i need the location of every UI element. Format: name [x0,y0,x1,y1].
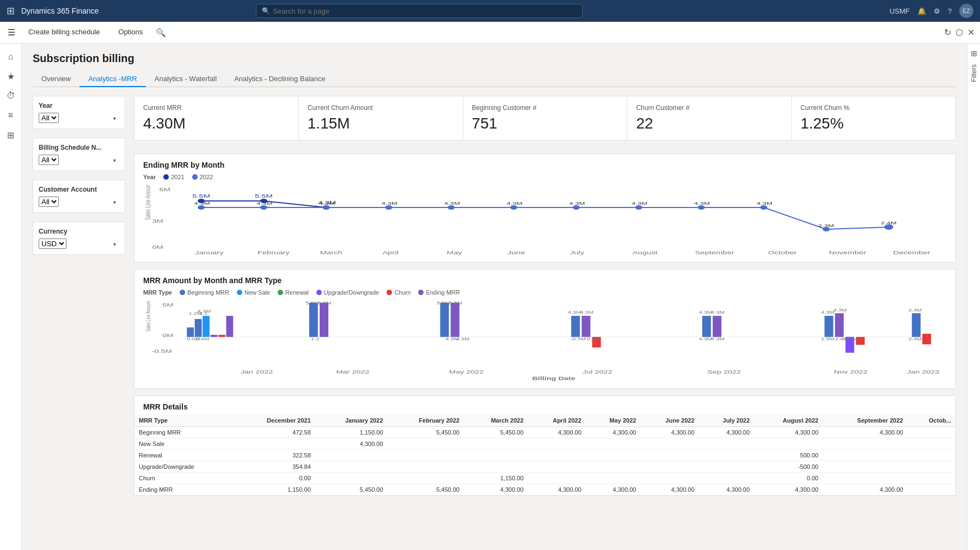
page-title: Subscription billing [33,52,956,65]
svg-text:4.3M: 4.3M [256,201,272,206]
sidebar-workspaces-icon[interactable]: ≡ [2,107,20,124]
svg-text:June: June [507,250,525,255]
svg-text:January: January [195,250,224,255]
kpi-current-mrr-label: Current MRR [143,104,290,112]
svg-point-34 [885,225,892,229]
nav-tab-create-billing[interactable]: Create billing schedule [21,22,108,44]
legend-churn-dot [387,290,392,295]
filters-toggle-icon[interactable]: ⊞ [971,49,977,58]
hamburger-icon[interactable]: ☰ [5,25,17,40]
svg-rect-71 [440,303,449,337]
row-beginning-mrr: Beginning MRR [134,427,234,438]
col-dec21: December 2021 [234,414,315,427]
filter-billing-label: Billing Schedule N... [39,144,119,151]
tab-analytics-waterfall[interactable]: Analytics - Waterfall [146,71,225,87]
svg-text:August: August [633,250,658,255]
nav-search-icon[interactable]: 🔍 [156,28,166,38]
settings-icon[interactable]: ⚙ [934,7,940,15]
main-layout: ⌂ ★ ⏱ ≡ ⊞ Subscription billing Overview … [0,44,980,550]
col-aug22: August 2022 [754,414,823,427]
search-icon: 🔍 [262,7,270,15]
notification-icon[interactable]: 🔔 [917,7,926,15]
filter-currency-select[interactable]: USD [39,239,66,249]
filter-billing-select[interactable]: All [39,155,59,165]
col-jan22: January 2022 [315,414,388,427]
filter-customer-select[interactable]: All [39,197,59,207]
svg-point-27 [448,205,455,210]
svg-text:4.3M: 4.3M [568,310,581,314]
svg-text:4.3M: 4.3M [711,310,725,314]
profile-icon[interactable]: EZ [959,4,973,18]
svg-text:4.3M: 4.3M [382,201,397,206]
svg-text:-0.5M: -0.5M [152,349,172,354]
sidebar-favorites-icon[interactable]: ★ [2,68,20,85]
svg-text:5.5M: 5.5M [192,193,210,199]
table-row: Churn 0.00 1,150.00 0.00 [134,473,955,484]
kpi-beginning-customer: Beginning Customer # 751 [463,96,628,140]
legend-new-sale: New Sale [237,289,270,296]
sidebar-home-icon[interactable]: ⌂ [2,48,20,65]
svg-text:February: February [258,250,290,255]
top-bar-right: USMF 🔔 ⚙ ? EZ [890,4,973,18]
svg-text:Mar 2022: Mar 2022 [336,369,370,375]
kpi-churn-amount-value: 1.15M [308,115,454,132]
close-icon[interactable]: ✕ [967,27,975,38]
svg-text:4.3M: 4.3M [632,201,647,206]
svg-point-29 [573,205,580,210]
svg-point-26 [385,205,392,210]
col-feb22: February 2022 [388,414,464,427]
kpi-churn-customer-value: 22 [636,115,782,132]
svg-text:4.3M: 4.3M [319,201,335,206]
legend-upgrade-dot [316,290,322,295]
bar-chart-legend: MRR Type Beginning MRR New Sale Renewal [143,289,947,296]
tab-overview[interactable]: Overview [33,71,79,87]
help-icon[interactable]: ? [948,7,952,15]
tab-analytics-declining[interactable]: Analytics - Declining Balance [225,71,334,87]
kpi-current-mrr-value: 4.30M [143,115,290,132]
bar-chart-svg: 5M 0M -0.5M Sales Line Amount Billing Da… [143,300,947,382]
filters-label[interactable]: Filters [968,60,980,87]
legend-renewal: Renewal [278,289,309,296]
nav-bar-actions: ↻ ⬡ ✕ [944,27,975,38]
col-may22: May 2022 [586,414,641,427]
svg-text:2.4M: 2.4M [908,337,922,341]
svg-rect-103 [912,313,921,337]
svg-text:September: September [695,250,734,255]
app-name: Dynamics 365 Finance [21,7,99,15]
col-mrr-type: MRR Type [134,414,234,427]
search-input[interactable] [273,7,577,15]
svg-rect-66 [320,303,328,337]
sidebar-recent-icon[interactable]: ⏱ [2,87,20,105]
legend-ending-mrr-dot [418,290,424,295]
table-row: Ending MRR 1,150.00 5,450.00 5,450.00 4,… [134,484,955,496]
tab-analytics-mrr[interactable]: Analytics -MRR [79,71,146,87]
filter-year-label: Year [39,102,119,109]
svg-rect-79 [581,316,590,337]
mrr-table-title: MRR Details [134,396,955,414]
svg-point-31 [697,205,705,210]
popout-icon[interactable]: ⬡ [955,27,963,38]
kpi-churn-customer-label: Churn Customer # [636,104,782,112]
app-grid-icon[interactable]: ⊞ [7,5,15,17]
svg-text:4.3M: 4.3M [506,201,522,206]
svg-rect-87 [713,316,721,337]
filter-year-select[interactable]: All [39,113,59,123]
svg-rect-94 [835,313,844,337]
svg-text:4.3M: 4.3M [444,201,460,206]
svg-text:5.5M: 5.5M [255,193,273,199]
sidebar-modules-icon[interactable]: ⊞ [2,126,20,144]
svg-text:5.5M: 5.5M [437,301,450,305]
svg-text:5.5M: 5.5M [318,301,332,305]
svg-point-23 [198,205,205,210]
legend-2021-dot [163,174,169,180]
svg-text:1.2: 1.2 [311,337,320,341]
svg-text:4.3M: 4.3M [580,310,593,314]
nav-tab-options[interactable]: Options [111,22,151,44]
svg-text:Jul 2022: Jul 2022 [583,369,612,375]
legend-renewal-dot [278,290,283,295]
global-search-box[interactable]: 🔍 [256,4,583,18]
refresh-icon[interactable]: ↻ [944,27,951,38]
table-row: Upgrade/Downgrade 354.84 -500.0 [134,461,955,473]
svg-text:5.5M: 5.5M [305,301,319,305]
kpi-beginning-customer-label: Beginning Customer # [472,104,618,112]
